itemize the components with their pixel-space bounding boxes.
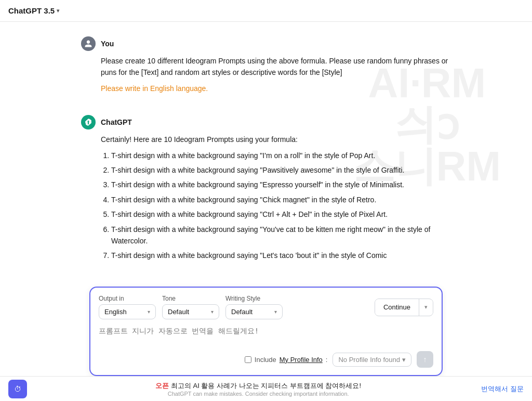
gpt-items-list: T-shirt design with a white background s… xyxy=(101,150,451,262)
app-title-button[interactable]: ChatGPT 3.5 ▾ xyxy=(8,6,59,15)
output-group: Output in English ▾ xyxy=(99,295,156,319)
continue-dropdown-button[interactable]: ▾ xyxy=(419,300,433,315)
output-value: English xyxy=(104,308,127,316)
list-item: T-shirt design with a white background s… xyxy=(111,209,451,220)
send-button[interactable]: ↑ xyxy=(417,351,433,368)
bottom-bar-main-text: 오픈 최고의 AI 활용 사례가 나오는 지피터스 부트캠프에 참여하세요! xyxy=(155,381,361,391)
continue-button-wrap: Continue ▾ xyxy=(375,299,433,316)
tone-chevron-icon: ▾ xyxy=(211,309,214,315)
gpt-message-body: Certainly! Here are 10 Ideogram Prompts … xyxy=(81,134,451,262)
translate-question-link[interactable]: 번역해서 질문 xyxy=(481,384,524,394)
profile-checkbox[interactable] xyxy=(245,356,251,363)
user-message-text: Please create 10 different Ideogram Prom… xyxy=(101,55,451,79)
prompt-input[interactable] xyxy=(99,326,433,344)
send-icon: ↑ xyxy=(423,355,427,364)
output-select[interactable]: English ▾ xyxy=(99,304,156,319)
chevron-down-icon: ▾ xyxy=(57,8,59,14)
continue-button[interactable]: Continue xyxy=(375,299,419,315)
writing-style-select[interactable]: Default ▾ xyxy=(225,304,283,319)
user-message-author: You xyxy=(101,40,114,48)
output-chevron-icon: ▾ xyxy=(148,309,150,315)
continue-arrow-icon: ▾ xyxy=(424,304,428,310)
tone-label: Tone xyxy=(162,295,219,302)
timer-icon: ⏱ xyxy=(14,385,21,393)
list-item: T-shirt design with a white background s… xyxy=(111,150,451,161)
profile-info-select[interactable]: No Profile Info found ▾ xyxy=(332,353,411,367)
include-label: Include xyxy=(255,356,276,364)
colon-text: : xyxy=(326,356,328,364)
tone-value: Default xyxy=(168,308,189,316)
avatar-user xyxy=(81,36,96,51)
list-item: T-shirt design with a white background s… xyxy=(111,194,451,205)
gpt-message: ChatGPT Certainly! Here are 10 Ideogram … xyxy=(69,111,463,265)
user-message-body: Please create 10 different Ideogram Prom… xyxy=(81,55,451,94)
input-bottom-row: Include My Profile Info : No Profile Inf… xyxy=(99,351,433,368)
tone-select[interactable]: Default ▾ xyxy=(162,304,219,319)
bottom-bar-center: 오픈 최고의 AI 활용 사례가 나오는 지피터스 부트캠프에 참여하세요! C… xyxy=(35,381,481,397)
avatar-gpt xyxy=(81,115,96,130)
profile-info-row: Include My Profile Info : xyxy=(245,356,328,364)
gpt-message-author: ChatGPT xyxy=(101,118,132,126)
writing-style-chevron-icon: ▾ xyxy=(274,309,277,315)
my-profile-info-link[interactable]: My Profile Info xyxy=(280,356,323,364)
bottom-bar-body: 최고의 AI 활용 사례가 나오는 지피터스 부트캠프에 참여하세요! xyxy=(171,382,361,390)
writing-style-value: Default xyxy=(231,308,252,316)
bottom-bar: ⏱ 오픈 최고의 AI 활용 사례가 나오는 지피터스 부트캠프에 참여하세요!… xyxy=(0,376,532,401)
list-item: T-shirt design with a white background s… xyxy=(111,164,451,176)
user-message: You Please create 10 different Ideogram … xyxy=(69,32,463,102)
bottom-bar-prefix: 오픈 xyxy=(155,382,169,390)
message-header-user: You xyxy=(81,36,451,51)
output-label: Output in xyxy=(99,295,156,302)
writing-style-label: Writing Style xyxy=(225,295,283,302)
writing-style-group: Writing Style Default ▾ xyxy=(225,295,283,319)
profile-select-value: No Profile Info found xyxy=(338,356,400,364)
tone-group: Tone Default ▾ xyxy=(162,295,219,319)
list-item: T-shirt design with a white background s… xyxy=(111,224,451,247)
list-item: T-shirt design with a white background s… xyxy=(111,179,451,190)
input-container: Output in English ▾ Tone Default ▾ Writi… xyxy=(89,287,443,376)
list-item: T-shirt design with a white background s… xyxy=(111,250,451,261)
bottom-bar-sub-text: ChatGPT can make mistakes. Consider chec… xyxy=(168,391,349,397)
toolbar-row: Output in English ▾ Tone Default ▾ Writi… xyxy=(99,295,433,319)
gpt-intro: Certainly! Here are 10 Ideogram Prompts … xyxy=(101,134,451,145)
chat-area: AI·RM 싀ↄ 스니RМ You Please create 10 diffe… xyxy=(69,22,463,265)
boost-icon-button[interactable]: ⏱ xyxy=(8,380,27,398)
profile-select-chevron-icon: ▾ xyxy=(402,356,406,364)
header: ChatGPT 3.5 ▾ xyxy=(0,0,532,22)
app-title-text: ChatGPT 3.5 xyxy=(8,6,55,15)
message-header-gpt: ChatGPT xyxy=(81,115,451,130)
user-message-highlight: Please write in English language. xyxy=(101,83,451,94)
